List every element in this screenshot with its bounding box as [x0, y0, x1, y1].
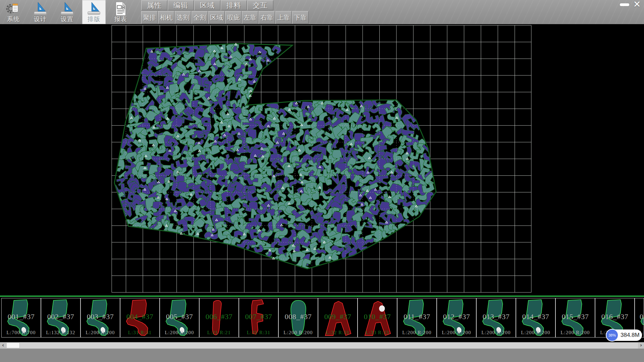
tool-button-8[interactable]: 右靠: [259, 11, 275, 24]
tool-button-9[interactable]: 上靠: [275, 11, 292, 24]
parts-strip: 001_#37 L:700 R:700 002_#37 L:132 R:132 …: [0, 294, 644, 342]
strip-separator-line: [0, 296, 644, 297]
tool-button-4[interactable]: 全割: [192, 11, 208, 24]
part-cell-7[interactable]: 007_#37 L:31 R:31: [239, 298, 278, 338]
memory-usage-badge[interactable]: 38% 384.8M: [606, 329, 643, 342]
main-button-2[interactable]: 设计: [29, 0, 52, 24]
tool-button-10[interactable]: 下靠: [292, 11, 309, 24]
badge-memory: 384.8M: [621, 332, 641, 339]
part-thumbnail-shape: [279, 299, 317, 338]
part-cell-11[interactable]: 011_#37 L:200 R:200: [397, 298, 437, 338]
canvas-svg: [0, 24, 644, 294]
part-cell-6[interactable]: 006_#37 L:21 R:21: [199, 298, 239, 338]
main-button-label: 系统: [2, 15, 25, 23]
part-thumbnail-shape: [319, 299, 357, 338]
part-cell-15[interactable]: 015_#37 L:200 R:200: [555, 298, 595, 338]
part-thumbnail-shape: [517, 299, 554, 338]
scrollbar-thumb[interactable]: [6, 343, 20, 348]
nesting-ruler-icon: [86, 1, 102, 16]
scroll-left-arrow-icon[interactable]: ‹: [0, 342, 6, 349]
tool-button-6[interactable]: 瑕疵: [225, 11, 241, 24]
main-button-4[interactable]: 排版: [82, 0, 106, 24]
part-cell-8[interactable]: 008_#37 L:200 R:200: [278, 298, 318, 338]
part-thumbnail-shape: [359, 299, 396, 338]
minimize-icon: [620, 3, 629, 6]
settings-ruler-icon: [59, 1, 75, 16]
tool-button-3[interactable]: 选割: [175, 11, 191, 24]
part-thumbnail-shape: [240, 299, 277, 338]
design-ruler-icon: [32, 1, 48, 16]
scroll-right-arrow-icon[interactable]: ›: [638, 342, 644, 349]
menu-item-2[interactable]: 编辑: [168, 0, 194, 10]
tool-button-2[interactable]: 相机: [158, 11, 174, 24]
menu-item-4[interactable]: 排料: [221, 0, 247, 10]
badge-percent: 38%: [606, 329, 619, 342]
application-window: 系统 设计 设置 排版 报表 属性编辑区域排料交互 聚排相机选割全割区域瑕疵左靠…: [0, 0, 644, 362]
part-thumbnail-shape: [200, 299, 238, 338]
part-thumbnail-shape: [42, 299, 79, 338]
part-thumbnail-shape: [398, 299, 436, 338]
nesting-canvas[interactable]: [0, 24, 644, 294]
main-button-label: 排版: [82, 15, 106, 23]
part-cell-3[interactable]: 003_#37 L:200 R:200: [80, 298, 120, 338]
part-cell-14[interactable]: 014_#37 L:200 R:200: [516, 298, 555, 338]
part-thumbnail-shape: [121, 299, 159, 338]
part-thumbnail-shape: [161, 299, 198, 338]
part-thumbnail-shape: [82, 299, 119, 338]
close-button[interactable]: ✕: [631, 0, 643, 9]
main-button-1[interactable]: 系统: [2, 0, 25, 24]
menu-item-1[interactable]: 属性: [141, 0, 167, 10]
part-thumbnail-shape: [2, 299, 40, 338]
main-button-5[interactable]: 报表: [109, 0, 132, 24]
tool-button-5[interactable]: 区域: [208, 11, 225, 24]
minimize-button[interactable]: [620, 2, 629, 7]
main-button-label: 设计: [29, 15, 52, 23]
tool-button-7[interactable]: 左靠: [242, 11, 258, 24]
main-button-label: 报表: [109, 15, 132, 23]
menu-item-5[interactable]: 交互: [247, 0, 273, 10]
part-cell-9[interactable]: 009_#37 L:32 R:31: [318, 298, 358, 338]
report-document-icon: [113, 1, 129, 16]
menu-item-3[interactable]: 区域: [194, 0, 220, 10]
part-cell-1[interactable]: 001_#37 L:700 R:700: [1, 298, 41, 338]
part-thumbnail-shape: [477, 299, 515, 338]
part-cell-5[interactable]: 005_#37 L:200 R:200: [160, 298, 199, 338]
part-cell-10[interactable]: 010_#37 L:33 R:33: [358, 298, 397, 338]
tool-button-1[interactable]: 聚排: [141, 11, 158, 24]
part-cell-13[interactable]: 013_#37 L:200 R:200: [476, 298, 516, 338]
main-button-3[interactable]: 设置: [55, 0, 79, 24]
status-bar: [0, 349, 644, 362]
top-toolbar: 系统 设计 设置 排版 报表 属性编辑区域排料交互 聚排相机选割全割区域瑕疵左靠…: [0, 0, 644, 24]
system-gear-icon: [5, 1, 21, 16]
part-cell-12[interactable]: 012_#37 L:200 R:200: [437, 298, 476, 338]
part-cell-2[interactable]: 002_#37 L:132 R:132: [41, 298, 80, 338]
horizontal-scrollbar[interactable]: ‹ ›: [0, 342, 644, 349]
part-thumbnail-shape: [556, 299, 594, 338]
close-icon: ✕: [633, 0, 641, 9]
part-cell-4[interactable]: 004_#37 L:31 R:31: [120, 298, 160, 338]
part-thumbnail-shape: [438, 299, 475, 338]
main-button-label: 设置: [55, 15, 79, 23]
